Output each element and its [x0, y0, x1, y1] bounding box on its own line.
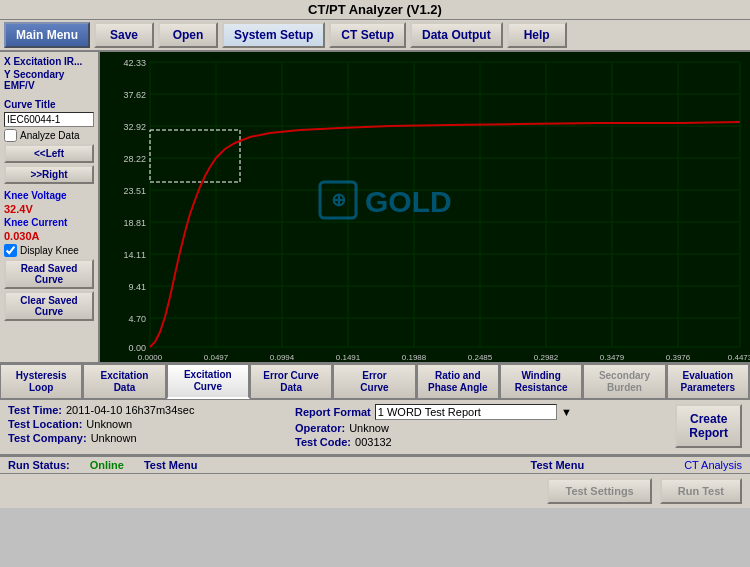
- test-company-row: Test Company: Unknown: [8, 432, 285, 444]
- analyze-data-row: Analyze Data: [4, 129, 94, 142]
- tab-evaluation-parameters[interactable]: EvaluationParameters: [667, 364, 750, 399]
- chart-area: 42.33 37.62 32.92 28.22 23.51 18.81 14.1…: [100, 52, 750, 362]
- top-nav: Main Menu Save Open System Setup CT Setu…: [0, 20, 750, 52]
- tab-excitation-curve[interactable]: ExcitationCurve: [167, 364, 250, 399]
- analyze-data-label: Analyze Data: [20, 130, 79, 141]
- x-axis-label: X Excitation IR...: [4, 56, 94, 67]
- report-format-label: Report Format: [295, 406, 371, 418]
- right-button[interactable]: >>Right: [4, 165, 94, 184]
- dropdown-arrow-icon[interactable]: ▼: [561, 406, 572, 418]
- tab-error-curve[interactable]: ErrorCurve: [333, 364, 416, 399]
- run-test-button[interactable]: Run Test: [660, 478, 742, 504]
- ct-analysis-label: Test Menu: [531, 459, 585, 471]
- status-bar: Run Status: Online Test Menu Test Menu C…: [0, 455, 750, 474]
- test-code-label: Test Code:: [295, 436, 351, 448]
- tab-secondary-burden: SecondaryBurden: [583, 364, 666, 399]
- report-format-row: Report Format ▼: [295, 404, 572, 420]
- knee-current-label: Knee Current: [4, 217, 94, 228]
- tab-hysteresis-loop[interactable]: HysteresisLoop: [0, 364, 83, 399]
- svg-text:0.2485: 0.2485: [468, 353, 493, 362]
- info-section: Test Time: 2011-04-10 16h37m34sec Test L…: [0, 400, 750, 455]
- chart-svg: 42.33 37.62 32.92 28.22 23.51 18.81 14.1…: [100, 52, 750, 362]
- knee-voltage-value: 32.4V: [4, 203, 94, 215]
- test-location-label: Test Location:: [8, 418, 82, 430]
- test-time-value: 2011-04-10 16h37m34sec: [66, 404, 194, 416]
- svg-text:32.92: 32.92: [123, 122, 146, 132]
- display-knee-checkbox[interactable]: [4, 244, 17, 257]
- test-company-label: Test Company:: [8, 432, 87, 444]
- test-settings-button[interactable]: Test Settings: [547, 478, 651, 504]
- svg-text:0.1988: 0.1988: [402, 353, 427, 362]
- tab-error-curve-data[interactable]: Error CurveData: [250, 364, 333, 399]
- svg-text:0.1491: 0.1491: [336, 353, 361, 362]
- tabs-row: HysteresisLoop ExcitationData Excitation…: [0, 362, 750, 400]
- data-output-button[interactable]: Data Output: [410, 22, 503, 48]
- save-button[interactable]: Save: [94, 22, 154, 48]
- svg-text:0.2982: 0.2982: [534, 353, 559, 362]
- display-knee-row: Display Knee: [4, 244, 94, 257]
- test-time-row: Test Time: 2011-04-10 16h37m34sec: [8, 404, 285, 416]
- tab-winding-resistance[interactable]: WindingResistance: [500, 364, 583, 399]
- tab-excitation-data[interactable]: ExcitationData: [83, 364, 166, 399]
- test-code-row: Test Code: 003132: [295, 436, 572, 448]
- svg-text:28.22: 28.22: [123, 154, 146, 164]
- svg-text:⊕: ⊕: [331, 190, 346, 210]
- svg-text:0.3976: 0.3976: [666, 353, 691, 362]
- test-location-value: Unknown: [86, 418, 132, 430]
- analyze-data-checkbox[interactable]: [4, 129, 17, 142]
- knee-voltage-label: Knee Voltage: [4, 190, 94, 201]
- info-left: Test Time: 2011-04-10 16h37m34sec Test L…: [8, 404, 285, 450]
- tab-ratio-phase-angle[interactable]: Ratio andPhase Angle: [417, 364, 500, 399]
- svg-text:42.33: 42.33: [123, 58, 146, 68]
- test-menu-label: Test Menu: [144, 459, 198, 471]
- report-format-dropdown[interactable]: [375, 404, 557, 420]
- read-saved-curve-button[interactable]: Read Saved Curve: [4, 259, 94, 289]
- curve-title-input[interactable]: [4, 112, 94, 127]
- svg-text:4.70: 4.70: [128, 314, 146, 324]
- svg-text:0.4473: 0.4473: [728, 353, 750, 362]
- bottom-buttons: Test Settings Run Test: [0, 474, 750, 508]
- open-button[interactable]: Open: [158, 22, 218, 48]
- test-company-value: Unknown: [91, 432, 137, 444]
- operator-value: Unknow: [349, 422, 389, 434]
- operator-row: Operator: Unknow: [295, 422, 572, 434]
- svg-text:0.0994: 0.0994: [270, 353, 295, 362]
- left-button[interactable]: <<Left: [4, 144, 94, 163]
- svg-text:GOLD: GOLD: [365, 185, 452, 218]
- create-report-button[interactable]: CreateReport: [675, 404, 742, 448]
- title-bar: CT/PT Analyzer (V1.2): [0, 0, 750, 20]
- test-location-row: Test Location: Unknown: [8, 418, 285, 430]
- display-knee-label: Display Knee: [20, 245, 79, 256]
- main-menu-button[interactable]: Main Menu: [4, 22, 90, 48]
- svg-text:37.62: 37.62: [123, 90, 146, 100]
- svg-text:23.51: 23.51: [123, 186, 146, 196]
- y-axis-label: Y Secondary EMF/V: [4, 69, 94, 91]
- app-title: CT/PT Analyzer (V1.2): [308, 2, 442, 17]
- main-area: X Excitation IR... Y Secondary EMF/V Cur…: [0, 52, 750, 362]
- run-status-label: Run Status:: [8, 459, 70, 471]
- left-panel: X Excitation IR... Y Secondary EMF/V Cur…: [0, 52, 100, 362]
- system-setup-button[interactable]: System Setup: [222, 22, 325, 48]
- svg-text:0.00: 0.00: [128, 343, 146, 353]
- clear-saved-curve-button[interactable]: Clear Saved Curve: [4, 291, 94, 321]
- run-status-value: Online: [90, 459, 124, 471]
- svg-text:9.41: 9.41: [128, 282, 146, 292]
- info-middle: Report Format ▼ Operator: Unknow Test Co…: [295, 404, 572, 450]
- svg-text:0.0000: 0.0000: [138, 353, 163, 362]
- operator-label: Operator:: [295, 422, 345, 434]
- test-time-label: Test Time:: [8, 404, 62, 416]
- ct-analysis-value: CT Analysis: [684, 459, 742, 471]
- ct-setup-button[interactable]: CT Setup: [329, 22, 406, 48]
- help-button[interactable]: Help: [507, 22, 567, 48]
- svg-text:14.11: 14.11: [123, 250, 146, 260]
- info-right: CreateReport: [582, 404, 742, 450]
- test-code-value: 003132: [355, 436, 392, 448]
- curve-title-label: Curve Title: [4, 99, 94, 110]
- knee-current-value: 0.030A: [4, 230, 94, 242]
- svg-text:18.81: 18.81: [123, 218, 146, 228]
- svg-text:0.3479: 0.3479: [600, 353, 625, 362]
- svg-text:0.0497: 0.0497: [204, 353, 229, 362]
